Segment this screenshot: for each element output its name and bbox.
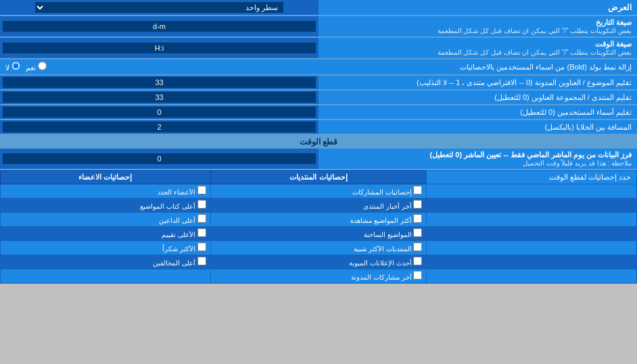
checkbox-most-viewed[interactable] — [413, 214, 422, 223]
date-format-label: صيغة التاريخ بعض التكوينات يتطلب "/" الت… — [318, 16, 637, 36]
checkbox-top-rated[interactable] — [197, 228, 206, 237]
checkbox-top-posters[interactable] — [197, 200, 206, 209]
cell-padding-label: المسافة بين الخلايا (بالبكسل) — [318, 120, 637, 134]
stats-checkbox-blog-posts[interactable]: آخر مشاركات المدونة — [351, 274, 422, 281]
display-dropdown[interactable]: سطر واحد — [35, 2, 283, 13]
cutoff-input[interactable] — [3, 153, 316, 164]
forum-title-label: تقليم المنتدى / المجموعة العناوين (0 للت… — [318, 90, 637, 104]
time-format-label: صيغة الوقت بعض التكوينات يتطلب "/" التي … — [318, 38, 637, 58]
stats-checkbox-top-violations[interactable]: أعلى المخالفين — [153, 259, 206, 267]
bold-label: إزالة نمط بولد (Bold) من اسماء المستخدمي… — [318, 59, 637, 74]
stats-checkbox-new-members[interactable]: الأعضاء الجدد — [158, 188, 206, 196]
time-format-input[interactable] — [3, 43, 316, 53]
bold-no-label: لا — [5, 61, 20, 72]
topic-title-label: تقليم الموضوع / العناوين المدونة (0 -- ا… — [318, 76, 637, 89]
limit-label: حدد إحصائيات لقطع الوقت — [427, 171, 637, 184]
username-trim-input[interactable] — [3, 107, 316, 118]
topic-title-input[interactable] — [3, 77, 316, 88]
stats-checkbox-news[interactable]: آخر أخبار المنتدى — [363, 203, 422, 210]
stats-checkbox-top-rated[interactable]: الأعلى تقييم — [162, 231, 206, 238]
checkbox-posts[interactable] — [413, 186, 422, 194]
stats-checkbox-classifieds[interactable]: أحدث الإعلانات المبوبة — [349, 259, 422, 267]
stats-checkbox-top-inviters[interactable]: أعلى الداعين — [159, 217, 206, 224]
checkbox-similar-forums[interactable] — [413, 242, 422, 251]
checkbox-news[interactable] — [413, 200, 422, 209]
bold-yes-label: نعم — [26, 61, 47, 72]
cutoff-label: فرز البيانات من يوم الماشر الماضي فقط --… — [318, 149, 637, 169]
bold-yes-radio[interactable] — [38, 61, 47, 70]
username-trim-label: تقليم أسماء المستخدمين (0 للتعطيل) — [318, 105, 637, 119]
stats-checkbox-hot[interactable]: المواضيع الساخنة — [364, 231, 423, 238]
stats-forums-header: إحصائيات المنتديات — [210, 171, 427, 184]
stats-checkbox-posts[interactable]: إحصائيات المشاركات — [352, 188, 423, 196]
checkbox-blog-posts[interactable] — [413, 271, 422, 280]
checkbox-classifieds[interactable] — [413, 257, 422, 265]
stats-checkbox-most-viewed[interactable]: أكثر المواضيع مشاهدة — [350, 217, 422, 224]
page-title: العرض — [318, 0, 637, 15]
cutoff-section-header: قطع الوقت — [0, 135, 637, 149]
checkbox-hot[interactable] — [413, 228, 422, 237]
stats-checkbox-similar-forums[interactable]: المنتديات الأكثر شبية — [354, 245, 422, 253]
cell-padding-input[interactable] — [3, 122, 316, 132]
checkbox-top-violations[interactable] — [197, 257, 206, 265]
stats-members-header: إحصائيات الاعضاء — [1, 171, 211, 184]
checkbox-top-inviters[interactable] — [197, 214, 206, 223]
bold-no-radio[interactable] — [11, 61, 20, 70]
checkbox-new-members[interactable] — [197, 186, 206, 194]
date-format-input[interactable] — [3, 21, 316, 32]
forum-title-input[interactable] — [3, 92, 316, 103]
stats-checkbox-top-posters[interactable]: أعلى كتاب المواضيع — [140, 203, 206, 210]
checkbox-most-thanks[interactable] — [197, 242, 206, 251]
stats-checkbox-most-thanks[interactable]: الأكثر شكراً — [162, 245, 206, 253]
